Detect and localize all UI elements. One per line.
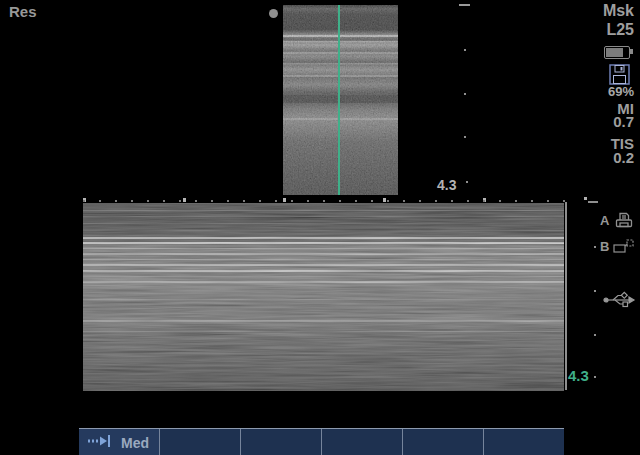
sweep-speed-value: Med — [121, 435, 149, 451]
image-quality-label: Res — [9, 4, 37, 19]
toolbar-button-sweep-speed[interactable]: Med — [79, 429, 159, 455]
m-mode-sweep — [83, 203, 564, 391]
ultrasound-screen: Res Msk L25 69% MI 0.7 TIS 0.2 — [0, 0, 640, 455]
mi-value: 0.7 — [613, 114, 634, 129]
b-mode-image — [283, 5, 398, 195]
print-marker-a: A — [600, 214, 609, 227]
b-depth-tick — [464, 136, 466, 138]
b-depth-zero-tick — [459, 4, 470, 6]
b-depth-end-label: 4.3 — [437, 178, 456, 192]
m-line-cursor[interactable] — [338, 5, 340, 195]
m-depth-tick — [594, 334, 596, 336]
toolbar-button-2[interactable] — [159, 429, 240, 455]
export-image-icon — [613, 239, 634, 258]
toolbar-button-5[interactable] — [402, 429, 483, 455]
bottom-toolbar: Med — [79, 428, 564, 455]
m-depth-tick — [594, 290, 596, 292]
sweep-speed-arrow-icon — [87, 434, 112, 451]
battery-icon — [604, 46, 630, 59]
preset-label: Msk — [603, 3, 634, 19]
m-depth-end-label: 4.3 — [568, 368, 589, 383]
toolbar-button-4[interactable] — [321, 429, 402, 455]
toolbar-button-6[interactable] — [483, 429, 564, 455]
toolbar-button-3[interactable] — [240, 429, 321, 455]
m-depth-scale-bar — [565, 202, 567, 390]
m-depth-tick — [594, 246, 596, 248]
battery-terminal — [630, 49, 633, 54]
m-time-ticks-minor — [83, 200, 566, 202]
usb-icon — [603, 290, 636, 313]
export-marker-b: B — [600, 240, 609, 253]
battery-fill — [606, 48, 623, 57]
b-depth-tick — [464, 93, 466, 95]
tis-value: 0.2 — [613, 150, 634, 165]
b-depth-tick — [464, 49, 466, 51]
b-depth-tick — [466, 181, 468, 183]
m-depth-zero-square — [584, 197, 587, 200]
m-depth-tick — [594, 376, 596, 378]
m-depth-zero-tick — [588, 201, 598, 203]
printer-icon — [614, 209, 634, 234]
probe-label: L25 — [606, 22, 634, 38]
storage-percent-label: 69% — [608, 85, 634, 98]
probe-orientation-marker — [269, 9, 278, 18]
